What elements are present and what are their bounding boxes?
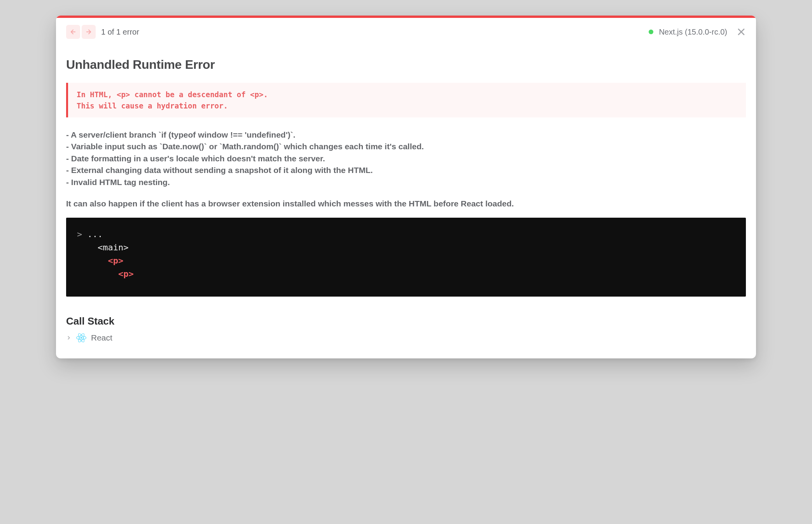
close-icon — [737, 27, 746, 37]
code-tag-main: <main> — [98, 243, 128, 252]
framework-version-label: Next.js (15.0.0-rc.0) — [659, 28, 727, 37]
code-marker: > — [77, 229, 88, 239]
cause-item: - Invalid HTML tag nesting. — [66, 176, 746, 188]
overlay-header: 1 of 1 error Next.js (15.0.0-rc.0) — [56, 18, 756, 39]
cause-item: - Date formatting in a user's locale whi… — [66, 153, 746, 164]
call-stack-row[interactable]: React — [66, 333, 746, 343]
code-tag-p-outer: <p> — [108, 256, 123, 265]
cause-item: - External changing data without sending… — [66, 164, 746, 176]
hydration-causes-list: - A server/client branch `if (typeof win… — [66, 129, 746, 188]
code-tag-p-inner: <p> — [118, 269, 134, 279]
code-ellipsis: ... — [88, 229, 103, 239]
react-icon — [76, 333, 86, 343]
stack-item-label: React — [91, 333, 112, 342]
error-title: Unhandled Runtime Error — [66, 58, 746, 72]
extra-note: It can also happen if the client has a b… — [66, 199, 746, 208]
overlay-content: Unhandled Runtime Error In HTML, <p> can… — [56, 39, 756, 358]
arrow-right-icon — [85, 28, 92, 35]
error-overlay: 1 of 1 error Next.js (15.0.0-rc.0) Unhan… — [56, 16, 756, 358]
error-message-box: In HTML, <p> cannot be a descendant of <… — [66, 83, 746, 117]
cause-item: - A server/client branch `if (typeof win… — [66, 129, 746, 141]
svg-point-4 — [80, 337, 82, 339]
component-stack-code: > ... <main> <p> <p> — [66, 218, 746, 296]
status-dot-icon — [649, 30, 653, 34]
next-error-button[interactable] — [82, 25, 96, 39]
error-count-label: 1 of 1 error — [101, 28, 139, 37]
call-stack-title: Call Stack — [66, 315, 746, 327]
cause-item: - Variable input such as `Date.now()` or… — [66, 141, 746, 152]
prev-error-button[interactable] — [66, 25, 80, 39]
close-button[interactable] — [737, 27, 746, 37]
chevron-right-icon — [66, 335, 72, 341]
error-nav — [66, 25, 96, 39]
arrow-left-icon — [70, 28, 77, 35]
